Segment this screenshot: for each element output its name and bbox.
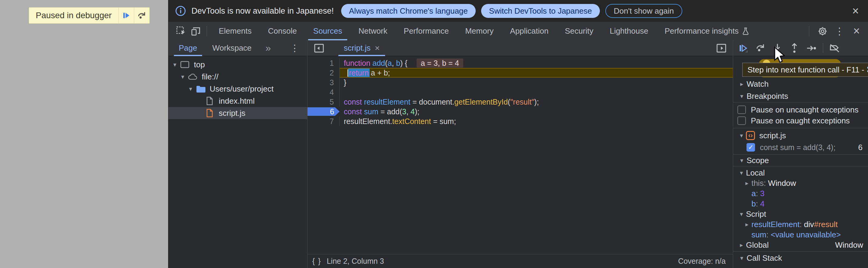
inspect-element-icon[interactable] [174,24,188,38]
resume-script-button[interactable] [119,7,134,23]
collapsed-arrow-icon[interactable]: ▸ [742,179,751,187]
code-line-6[interactable]: 6const sum = add(3, 4); [308,107,733,116]
more-options-icon[interactable]: ⋮ [832,24,847,38]
show-debugger-sidebar-icon[interactable] [714,41,728,56]
section-call-stack[interactable]: ▾ Call Stack [733,251,868,264]
scope-var-sum[interactable]: sum: <value unavailable> [733,230,868,240]
expand-arrow-icon[interactable]: ▾ [186,85,195,92]
hide-navigator-icon[interactable] [312,41,326,56]
code-line-5[interactable]: 5const resultElement = document.getEleme… [308,97,733,107]
navigator-tab-page[interactable]: Page [178,40,198,56]
section-breakpoints[interactable]: ▾ Breakpoints [733,90,868,102]
step-into-button[interactable] [772,42,783,54]
device-toolbar-icon[interactable] [188,24,203,38]
scope-var-a[interactable]: a: 3 [733,188,868,199]
dont-show-again-button[interactable]: Don't show again [605,4,683,18]
step-button[interactable] [806,42,817,54]
editor-tab-script-js[interactable]: script.js × [338,40,385,56]
expanded-arrow-icon[interactable]: ▾ [737,255,746,262]
var-value: <value unavailable> [771,230,841,239]
tree-item-script-js[interactable]: script.js [168,107,307,119]
code-text[interactable]: const sum = add(3, 4); [340,107,733,116]
deactivate-breakpoints-button[interactable] [829,42,840,54]
pretty-print-icon[interactable]: { } [312,257,321,266]
step-over-button[interactable] [134,7,149,23]
step-out-button[interactable] [789,42,800,54]
code-line-1[interactable]: 1function add(a, b) {a = 3, b = 4 [308,58,733,68]
execution-line-code[interactable]: return a + b; [340,68,733,78]
checkbox-unchecked[interactable] [737,116,746,125]
tab-network[interactable]: Network [350,22,395,40]
collapsed-arrow-icon[interactable]: ▸ [742,221,751,228]
section-scope[interactable]: ▾ Scope [733,155,868,166]
scope-var-b[interactable]: b: 4 [733,199,868,209]
collapsed-arrow-icon[interactable]: ▸ [737,80,746,88]
scope-local[interactable]: ▾ Local [733,168,868,178]
checkbox-unchecked[interactable] [737,106,746,114]
pause-uncaught-exceptions-row[interactable]: Pause on uncaught exceptions [733,104,868,115]
html-file-icon [204,96,215,106]
editor-tab-close-icon[interactable]: × [375,43,380,53]
line-number[interactable]: 2 [308,68,340,78]
tree-item-folder[interactable]: ▾ Users/user/project [168,83,307,95]
line-number[interactable]: 3 [308,78,340,87]
checkbox-checked[interactable]: ✓ [746,143,755,152]
code-line-7[interactable]: 7resultElement.textContent = sum; [308,116,733,126]
line-number[interactable]: 4 [308,87,340,97]
step-over-button[interactable] [755,42,766,54]
line-number[interactable]: 1 [308,58,340,68]
code-line-2[interactable]: 2return a + b; [308,68,733,78]
code-text[interactable]: } [340,78,733,87]
settings-gear-icon[interactable] [815,24,830,38]
tree-item-top[interactable]: ▾ top [168,59,307,71]
more-tabs-chevron-icon[interactable]: » [266,42,270,54]
tab-performance[interactable]: Performance [396,22,457,40]
expanded-arrow-icon[interactable]: ▾ [737,132,746,139]
section-watch[interactable]: ▸ Watch [733,78,868,90]
navigator-tab-workspace[interactable]: Workspace [211,40,253,56]
code-text[interactable]: const resultElement = document.getElemen… [340,97,733,107]
expand-arrow-icon[interactable]: ▾ [178,73,187,80]
line-number[interactable]: 5 [308,97,340,107]
scope-var-result-element[interactable]: ▸ resultElement: div#result [733,219,868,230]
resume-script-button[interactable] [738,42,749,54]
scope-global[interactable]: ▸ Global Window [733,240,868,250]
code-text[interactable] [340,87,733,97]
code-line-4[interactable]: 4 [308,87,733,97]
tree-item-origin[interactable]: ▾ file:// [168,71,307,83]
code-text[interactable]: function add(a, b) {a = 3, b = 4 [340,58,733,68]
tree-item-index-html[interactable]: index.html [168,95,307,107]
infobar-close-icon[interactable]: × [850,5,861,17]
code-line-3[interactable]: 3} [308,78,733,87]
breakpoint-line-number: 6 [858,143,863,152]
tab-console[interactable]: Console [260,22,305,40]
expanded-arrow-icon[interactable]: ▾ [737,92,746,100]
collapsed-arrow-icon[interactable]: ▸ [737,241,746,248]
tab-security[interactable]: Security [557,22,602,40]
frame-icon [179,60,190,69]
tab-elements[interactable]: Elements [211,22,260,40]
code-text[interactable]: resultElement.textContent = sum; [340,116,733,126]
always-match-language-button[interactable]: Always match Chrome's language [341,4,476,18]
expand-arrow-icon[interactable]: ▾ [170,61,179,68]
switch-devtools-japanese-button[interactable]: Switch DevTools to Japanese [481,4,600,18]
line-number[interactable]: 7 [308,116,340,126]
scope-script[interactable]: ▾ Script [733,209,868,219]
expanded-arrow-icon[interactable]: ▾ [737,157,746,164]
tab-lighthouse[interactable]: Lighthouse [601,22,656,40]
code-token: function [344,59,371,67]
expanded-arrow-icon[interactable]: ▾ [737,169,746,176]
tab-sources[interactable]: Sources [305,22,350,40]
sources-panel: Page Workspace » ⋮ ▾ top ▾ [168,40,868,268]
expanded-arrow-icon[interactable]: ▾ [737,210,746,218]
scope-var-this[interactable]: ▸ this: Window [733,178,868,188]
breakpoint-marker[interactable]: 6 [308,107,340,116]
navigator-menu-icon[interactable]: ⋮ [287,43,303,53]
devtools-close-icon[interactable]: × [849,24,864,38]
tab-memory[interactable]: Memory [457,22,502,40]
breakpoint-entry[interactable]: ✓ const sum = add(3, 4); 6 [733,142,868,153]
pause-caught-exceptions-row[interactable]: Pause on caught exceptions [733,115,868,126]
tab-application[interactable]: Application [502,22,557,40]
tab-performance-insights[interactable]: Performance insights [656,22,758,40]
breakpoint-group-script-js[interactable]: ▾ ‹› script.js [733,129,868,142]
